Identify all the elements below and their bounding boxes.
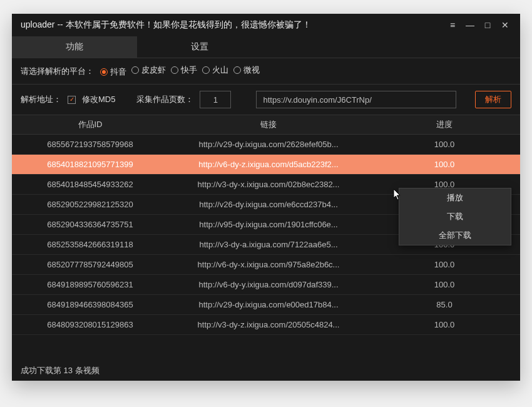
ctx-download-all[interactable]: 全部下载 bbox=[399, 226, 511, 245]
radio-label: 快手 bbox=[181, 64, 197, 76]
cell-id: 6855672193758579968 bbox=[12, 140, 168, 149]
grid-header: 作品ID 链接 进度 bbox=[12, 115, 520, 135]
cell-progress: 100.0 bbox=[369, 160, 520, 169]
menu-icon[interactable]: ≡ bbox=[444, 16, 461, 34]
cell-id: 6854018821095771399 bbox=[12, 160, 168, 169]
context-menu: 播放 下载 全部下载 bbox=[399, 188, 511, 245]
table-row[interactable]: 6852077785792449805http://v6-dy-x.ixigua… bbox=[12, 255, 520, 275]
cell-progress: 85.0 bbox=[369, 300, 520, 309]
tab-features[interactable]: 功能 bbox=[12, 36, 137, 58]
platform-row: 请选择解析的平台： 抖音皮皮虾快手火山微视 bbox=[12, 58, 520, 84]
parse-row: 解析地址： 修改MD5 采集作品页数： 解析 bbox=[12, 85, 520, 115]
ctx-play[interactable]: 播放 bbox=[399, 188, 511, 207]
radio-dot-icon bbox=[202, 66, 210, 74]
maximize-icon[interactable]: □ bbox=[479, 16, 496, 34]
cell-id: 6848093208015129863 bbox=[12, 320, 168, 329]
cell-id: 6849189895760596231 bbox=[12, 280, 168, 289]
cell-link: http://v6-dy-z.ixigua.com/d5acb223f2... bbox=[168, 160, 369, 169]
minimize-icon[interactable]: — bbox=[461, 16, 479, 34]
radio-dot-icon bbox=[100, 68, 108, 76]
radio-dot-icon bbox=[131, 66, 139, 74]
cell-id: 6852535842666319118 bbox=[12, 240, 168, 249]
cell-id: 6852905229982125320 bbox=[12, 200, 168, 209]
cell-link: http://v29-dy.ixigua.com/e00ed17b84... bbox=[168, 300, 369, 309]
parse-button[interactable]: 解析 bbox=[475, 91, 511, 108]
radio-dot-icon bbox=[171, 66, 178, 74]
radio-label: 微视 bbox=[243, 64, 260, 76]
status-text: 成功下载第 13 条视频 bbox=[21, 365, 100, 376]
radio-label: 皮皮虾 bbox=[141, 64, 166, 76]
cell-progress: 100.0 bbox=[369, 320, 520, 329]
tab-settings[interactable]: 设置 bbox=[137, 36, 262, 58]
radio-label: 抖音 bbox=[110, 66, 126, 78]
cell-progress: 100.0 bbox=[369, 140, 520, 149]
cell-progress: 100.0 bbox=[369, 280, 520, 289]
cell-link: http://v26-dy.ixigua.com/e6ccd237b4... bbox=[168, 200, 369, 209]
status-bar: 成功下载第 13 条视频 bbox=[12, 361, 520, 381]
cell-id: 6849189466398084365 bbox=[12, 300, 168, 309]
platform-radio-0[interactable]: 抖音 bbox=[100, 66, 126, 78]
platform-radio-2[interactable]: 快手 bbox=[171, 64, 197, 76]
cell-link: http://v6-dy-y.ixigua.com/d097daf339... bbox=[168, 280, 369, 289]
table-row[interactable]: 6848093208015129863http://v3-dy-z.ixigua… bbox=[12, 315, 520, 335]
platform-radio-1[interactable]: 皮皮虾 bbox=[131, 64, 166, 76]
pages-input[interactable] bbox=[200, 91, 231, 108]
platform-radio-3[interactable]: 火山 bbox=[202, 64, 228, 76]
table-row[interactable]: 6855672193758579968http://v29-dy.ixigua.… bbox=[12, 135, 520, 155]
md5-label: 修改MD5 bbox=[82, 94, 115, 105]
col-progress[interactable]: 进度 bbox=[369, 119, 520, 130]
cell-link: http://v3-dy-x.ixigua.com/02b8ec2382... bbox=[168, 180, 369, 189]
radio-label: 火山 bbox=[212, 64, 228, 76]
cell-link: http://v6-dy-x.ixigua.com/975a8e2b6c... bbox=[168, 260, 369, 269]
cell-progress: 100.0 bbox=[369, 260, 520, 269]
window-title: uploader -- 本软件属于免费软件！如果你是花钱得到的，很遗憾你被骗了！ bbox=[21, 19, 444, 31]
pages-label: 采集作品页数： bbox=[136, 94, 193, 105]
col-link[interactable]: 链接 bbox=[168, 119, 369, 130]
close-icon[interactable]: ✕ bbox=[496, 16, 514, 34]
cell-id: 6854018485454933262 bbox=[12, 180, 168, 189]
platform-label: 请选择解析的平台： bbox=[21, 66, 94, 77]
cell-link: http://v95-dy.ixigua.com/1901cffc06e... bbox=[168, 220, 369, 229]
radio-dot-icon bbox=[233, 66, 241, 74]
platform-radio-4[interactable]: 微视 bbox=[233, 64, 260, 76]
parse-addr-label: 解析地址： bbox=[21, 94, 61, 105]
table-row[interactable]: 6854018821095771399http://v6-dy-z.ixigua… bbox=[12, 155, 520, 175]
cell-link: http://v3-dy-z.ixigua.com/20505c4824... bbox=[168, 320, 369, 329]
table-row[interactable]: 6849189895760596231http://v6-dy-y.ixigua… bbox=[12, 275, 520, 295]
cell-id: 6852077785792449805 bbox=[12, 260, 168, 269]
cell-id: 6852904336364735751 bbox=[12, 220, 168, 229]
col-id[interactable]: 作品ID bbox=[12, 119, 168, 130]
md5-checkbox[interactable] bbox=[68, 96, 76, 104]
tab-bar: 功能 设置 bbox=[12, 36, 520, 58]
cell-link: http://v3-dy-a.ixigua.com/7122aa6e5... bbox=[168, 240, 369, 249]
table-row[interactable]: 6849189466398084365http://v29-dy.ixigua.… bbox=[12, 295, 520, 315]
titlebar[interactable]: uploader -- 本软件属于免费软件！如果你是花钱得到的，很遗憾你被骗了！… bbox=[12, 14, 520, 36]
url-input[interactable] bbox=[256, 91, 456, 108]
cell-link: http://v29-dy.ixigua.com/2628efef05b... bbox=[168, 140, 369, 149]
ctx-download[interactable]: 下载 bbox=[399, 207, 511, 226]
